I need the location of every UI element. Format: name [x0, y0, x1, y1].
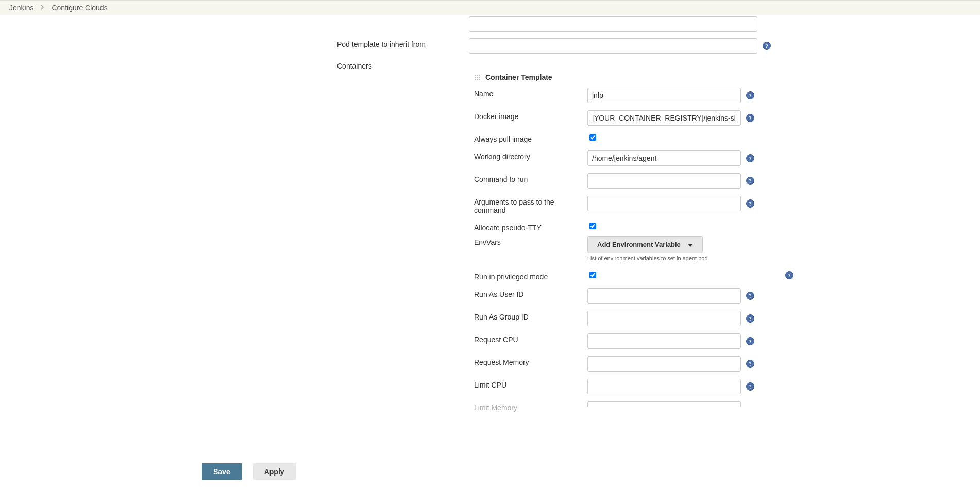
- svg-point-7: [479, 77, 480, 78]
- help-icon[interactable]: ?: [746, 382, 754, 391]
- container-template-header: Container Template: [474, 73, 793, 81]
- docker-image-input[interactable]: [587, 110, 741, 126]
- svg-text:?: ?: [749, 200, 752, 207]
- svg-text:?: ?: [749, 315, 752, 322]
- chevron-right-icon: [41, 5, 44, 11]
- privileged-label: Run in privileged mode: [474, 271, 587, 281]
- svg-text:?: ?: [749, 115, 752, 121]
- request-memory-label: Request Memory: [474, 356, 587, 366]
- request-cpu-label: Request CPU: [474, 333, 587, 344]
- caret-down-icon: [688, 241, 693, 248]
- run-as-group-input[interactable]: [587, 311, 741, 326]
- run-as-user-label: Run As User ID: [474, 288, 587, 298]
- svg-point-8: [475, 79, 476, 80]
- request-memory-input[interactable]: [587, 356, 741, 372]
- run-as-group-label: Run As Group ID: [474, 311, 587, 321]
- svg-text:?: ?: [749, 92, 752, 98]
- help-icon[interactable]: ?: [746, 154, 754, 162]
- help-icon[interactable]: ?: [746, 314, 754, 323]
- args-label: Arguments to pass to the command: [474, 196, 587, 214]
- always-pull-checkbox[interactable]: [589, 134, 596, 141]
- svg-text:?: ?: [749, 155, 752, 161]
- svg-text:?: ?: [788, 272, 791, 278]
- svg-text:?: ?: [765, 43, 768, 49]
- field-label: [0, 16, 469, 19]
- name-input[interactable]: [587, 88, 741, 103]
- name-label: Name: [474, 88, 587, 98]
- svg-point-3: [477, 75, 478, 76]
- command-input[interactable]: [587, 173, 741, 189]
- pod-template-inherit-input[interactable]: [469, 38, 757, 54]
- envvars-label: EnvVars: [474, 236, 587, 246]
- breadcrumb-current[interactable]: Configure Clouds: [52, 4, 107, 12]
- svg-point-5: [475, 77, 476, 78]
- docker-image-label: Docker image: [474, 110, 587, 121]
- svg-point-2: [475, 75, 476, 76]
- svg-text:?: ?: [749, 293, 752, 299]
- help-icon[interactable]: ?: [746, 114, 754, 122]
- envvars-description: List of environment variables to set in …: [587, 255, 708, 261]
- help-icon[interactable]: ?: [763, 42, 771, 50]
- help-icon[interactable]: ?: [746, 360, 754, 368]
- help-icon[interactable]: ?: [746, 292, 754, 300]
- svg-point-4: [479, 75, 480, 76]
- svg-point-6: [477, 77, 478, 78]
- pseudo-tty-label: Allocate pseudo-TTY: [474, 222, 587, 232]
- svg-text:?: ?: [749, 338, 752, 344]
- limit-memory-label: Limit Memory: [474, 401, 587, 412]
- working-dir-input[interactable]: [587, 150, 741, 166]
- limit-cpu-label: Limit CPU: [474, 379, 587, 389]
- svg-text:?: ?: [749, 383, 752, 390]
- breadcrumb: Jenkins Configure Clouds: [0, 0, 980, 15]
- command-label: Command to run: [474, 173, 587, 183]
- limit-memory-input[interactable]: [587, 401, 741, 407]
- svg-point-9: [477, 79, 478, 80]
- working-dir-label: Working directory: [474, 150, 587, 161]
- add-env-var-button[interactable]: Add Environment Variable: [587, 236, 703, 253]
- svg-point-10: [479, 79, 480, 80]
- args-input[interactable]: [587, 196, 741, 211]
- limit-cpu-input[interactable]: [587, 379, 741, 394]
- previous-field-input[interactable]: [469, 16, 757, 32]
- container-template-title: Container Template: [485, 73, 552, 81]
- privileged-checkbox[interactable]: [589, 272, 596, 278]
- help-icon[interactable]: ?: [746, 177, 754, 185]
- drag-handle-icon[interactable]: [474, 74, 480, 80]
- request-cpu-input[interactable]: [587, 333, 741, 349]
- pseudo-tty-checkbox[interactable]: [589, 223, 596, 229]
- add-env-var-button-label: Add Environment Variable: [597, 241, 681, 248]
- svg-text:?: ?: [749, 361, 752, 367]
- help-icon[interactable]: ?: [785, 271, 793, 279]
- breadcrumb-root[interactable]: Jenkins: [9, 4, 33, 12]
- help-icon[interactable]: ?: [746, 199, 754, 208]
- svg-text:?: ?: [749, 178, 752, 184]
- containers-label: Containers: [0, 60, 469, 70]
- help-icon[interactable]: ?: [746, 337, 754, 345]
- pod-template-inherit-label: Pod template to inherit from: [0, 38, 469, 48]
- always-pull-label: Always pull image: [474, 133, 587, 143]
- run-as-user-input[interactable]: [587, 288, 741, 304]
- help-icon[interactable]: ?: [746, 91, 754, 99]
